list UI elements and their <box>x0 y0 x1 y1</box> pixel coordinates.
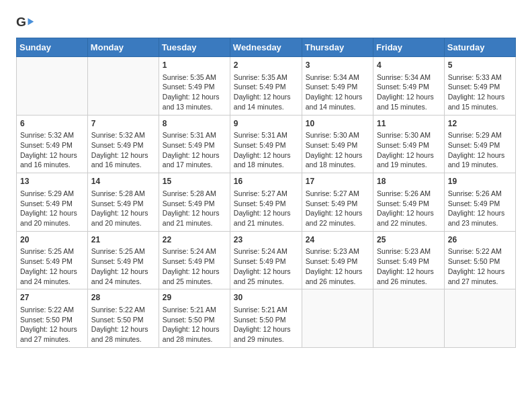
day-info: Sunrise: 5:27 AM Sunset: 5:49 PM Dayligh… <box>234 189 298 228</box>
calendar-cell: 2Sunrise: 5:35 AM Sunset: 5:49 PM Daylig… <box>230 57 302 116</box>
day-info: Sunrise: 5:23 AM Sunset: 5:49 PM Dayligh… <box>377 246 441 286</box>
calendar-cell: 27Sunrise: 5:22 AM Sunset: 5:50 PM Dayli… <box>17 289 88 348</box>
calendar-cell: 14Sunrise: 5:28 AM Sunset: 5:49 PM Dayli… <box>87 173 159 232</box>
header-tuesday: Tuesday <box>159 38 230 57</box>
calendar-cell: 30Sunrise: 5:21 AM Sunset: 5:50 PM Dayli… <box>230 289 302 348</box>
header-thursday: Thursday <box>302 38 373 57</box>
day-number: 19 <box>448 176 512 187</box>
day-info: Sunrise: 5:34 AM Sunset: 5:49 PM Dayligh… <box>306 73 369 112</box>
svg-marker-1 <box>28 18 34 26</box>
calendar-cell: 21Sunrise: 5:25 AM Sunset: 5:49 PM Dayli… <box>87 231 159 289</box>
day-number: 15 <box>163 176 226 187</box>
svg-text:G: G <box>16 15 26 29</box>
calendar-header-row: SundayMondayTuesdayWednesdayThursdayFrid… <box>17 38 516 57</box>
day-info: Sunrise: 5:23 AM Sunset: 5:49 PM Dayligh… <box>306 246 369 286</box>
day-info: Sunrise: 5:25 AM Sunset: 5:49 PM Dayligh… <box>20 246 84 286</box>
calendar-cell: 5Sunrise: 5:33 AM Sunset: 5:49 PM Daylig… <box>444 57 515 116</box>
day-number: 26 <box>448 234 512 246</box>
day-number: 14 <box>91 176 155 187</box>
calendar-cell: 18Sunrise: 5:26 AM Sunset: 5:49 PM Dayli… <box>373 173 445 232</box>
day-info: Sunrise: 5:22 AM Sunset: 5:50 PM Dayligh… <box>448 246 512 286</box>
calendar-week-4: 20Sunrise: 5:25 AM Sunset: 5:49 PM Dayli… <box>17 231 516 289</box>
day-number: 24 <box>306 234 369 246</box>
header-sunday: Sunday <box>17 38 88 57</box>
calendar-cell: 22Sunrise: 5:24 AM Sunset: 5:49 PM Dayli… <box>159 231 230 289</box>
day-number: 3 <box>306 60 369 71</box>
day-info: Sunrise: 5:33 AM Sunset: 5:49 PM Dayligh… <box>448 73 512 112</box>
day-info: Sunrise: 5:29 AM Sunset: 5:49 PM Dayligh… <box>448 130 512 170</box>
calendar-cell: 3Sunrise: 5:34 AM Sunset: 5:49 PM Daylig… <box>302 57 373 116</box>
calendar-cell: 29Sunrise: 5:21 AM Sunset: 5:50 PM Dayli… <box>159 289 230 348</box>
calendar-cell: 16Sunrise: 5:27 AM Sunset: 5:49 PM Dayli… <box>230 173 302 232</box>
day-number: 10 <box>306 118 369 130</box>
day-info: Sunrise: 5:21 AM Sunset: 5:50 PM Dayligh… <box>163 305 226 345</box>
day-info: Sunrise: 5:32 AM Sunset: 5:49 PM Dayligh… <box>20 130 84 170</box>
calendar-cell: 15Sunrise: 5:28 AM Sunset: 5:49 PM Dayli… <box>159 173 230 232</box>
day-info: Sunrise: 5:21 AM Sunset: 5:50 PM Dayligh… <box>234 305 298 345</box>
calendar-cell: 6Sunrise: 5:32 AM Sunset: 5:49 PM Daylig… <box>17 115 88 173</box>
header-saturday: Saturday <box>444 38 515 57</box>
header: G <box>16 13 516 32</box>
day-info: Sunrise: 5:35 AM Sunset: 5:49 PM Dayligh… <box>163 73 226 112</box>
day-number: 13 <box>20 176 84 187</box>
day-number: 9 <box>234 118 298 130</box>
calendar-cell: 9Sunrise: 5:31 AM Sunset: 5:49 PM Daylig… <box>230 115 302 173</box>
day-number: 1 <box>163 60 226 71</box>
day-number: 7 <box>91 118 155 130</box>
calendar-cell: 28Sunrise: 5:22 AM Sunset: 5:50 PM Dayli… <box>87 289 159 348</box>
calendar-cell: 1Sunrise: 5:35 AM Sunset: 5:49 PM Daylig… <box>159 57 230 116</box>
calendar-cell: 26Sunrise: 5:22 AM Sunset: 5:50 PM Dayli… <box>444 231 515 289</box>
calendar-cell: 20Sunrise: 5:25 AM Sunset: 5:49 PM Dayli… <box>17 231 88 289</box>
day-info: Sunrise: 5:34 AM Sunset: 5:49 PM Dayligh… <box>377 73 441 112</box>
day-info: Sunrise: 5:31 AM Sunset: 5:49 PM Dayligh… <box>163 130 226 170</box>
header-friday: Friday <box>373 38 445 57</box>
calendar-cell: 12Sunrise: 5:29 AM Sunset: 5:49 PM Dayli… <box>444 115 515 173</box>
day-info: Sunrise: 5:26 AM Sunset: 5:49 PM Dayligh… <box>377 189 441 228</box>
calendar-week-2: 6Sunrise: 5:32 AM Sunset: 5:49 PM Daylig… <box>17 115 516 173</box>
day-number: 20 <box>20 234 84 246</box>
day-info: Sunrise: 5:30 AM Sunset: 5:49 PM Dayligh… <box>377 130 441 170</box>
day-number: 6 <box>20 118 84 130</box>
day-number: 18 <box>377 176 441 187</box>
day-number: 12 <box>448 118 512 130</box>
calendar-cell: 17Sunrise: 5:27 AM Sunset: 5:49 PM Dayli… <box>302 173 373 232</box>
calendar-cell <box>373 289 445 348</box>
day-info: Sunrise: 5:26 AM Sunset: 5:49 PM Dayligh… <box>448 189 512 228</box>
day-info: Sunrise: 5:24 AM Sunset: 5:49 PM Dayligh… <box>163 246 226 286</box>
calendar-week-3: 13Sunrise: 5:29 AM Sunset: 5:49 PM Dayli… <box>17 173 516 232</box>
calendar-cell: 25Sunrise: 5:23 AM Sunset: 5:49 PM Dayli… <box>373 231 445 289</box>
day-number: 22 <box>163 234 226 246</box>
day-info: Sunrise: 5:31 AM Sunset: 5:49 PM Dayligh… <box>234 130 298 170</box>
day-info: Sunrise: 5:29 AM Sunset: 5:49 PM Dayligh… <box>20 189 84 228</box>
calendar-cell: 4Sunrise: 5:34 AM Sunset: 5:49 PM Daylig… <box>373 57 445 116</box>
calendar-week-5: 27Sunrise: 5:22 AM Sunset: 5:50 PM Dayli… <box>17 289 516 348</box>
calendar-cell <box>444 289 515 348</box>
day-number: 28 <box>91 292 155 304</box>
calendar-cell <box>302 289 373 348</box>
calendar-cell: 11Sunrise: 5:30 AM Sunset: 5:49 PM Dayli… <box>373 115 445 173</box>
logo: G <box>16 13 38 32</box>
day-number: 29 <box>163 292 226 304</box>
day-info: Sunrise: 5:25 AM Sunset: 5:49 PM Dayligh… <box>91 246 155 286</box>
day-info: Sunrise: 5:22 AM Sunset: 5:50 PM Dayligh… <box>20 305 84 345</box>
day-number: 25 <box>377 234 441 246</box>
day-number: 8 <box>163 118 226 130</box>
day-info: Sunrise: 5:24 AM Sunset: 5:49 PM Dayligh… <box>234 246 298 286</box>
calendar-cell: 23Sunrise: 5:24 AM Sunset: 5:49 PM Dayli… <box>230 231 302 289</box>
header-monday: Monday <box>87 38 159 57</box>
day-info: Sunrise: 5:28 AM Sunset: 5:49 PM Dayligh… <box>91 189 155 228</box>
calendar-cell: 8Sunrise: 5:31 AM Sunset: 5:49 PM Daylig… <box>159 115 230 173</box>
calendar-cell: 10Sunrise: 5:30 AM Sunset: 5:49 PM Dayli… <box>302 115 373 173</box>
calendar-week-1: 1Sunrise: 5:35 AM Sunset: 5:49 PM Daylig… <box>17 57 516 116</box>
day-info: Sunrise: 5:28 AM Sunset: 5:49 PM Dayligh… <box>163 189 226 228</box>
header-wednesday: Wednesday <box>230 38 302 57</box>
day-info: Sunrise: 5:35 AM Sunset: 5:49 PM Dayligh… <box>234 73 298 112</box>
day-number: 23 <box>234 234 298 246</box>
day-number: 27 <box>20 292 84 304</box>
day-info: Sunrise: 5:32 AM Sunset: 5:49 PM Dayligh… <box>91 130 155 170</box>
calendar-cell: 24Sunrise: 5:23 AM Sunset: 5:49 PM Dayli… <box>302 231 373 289</box>
day-info: Sunrise: 5:27 AM Sunset: 5:49 PM Dayligh… <box>306 189 369 228</box>
day-number: 17 <box>306 176 369 187</box>
day-info: Sunrise: 5:22 AM Sunset: 5:50 PM Dayligh… <box>91 305 155 345</box>
calendar-cell <box>17 57 88 116</box>
